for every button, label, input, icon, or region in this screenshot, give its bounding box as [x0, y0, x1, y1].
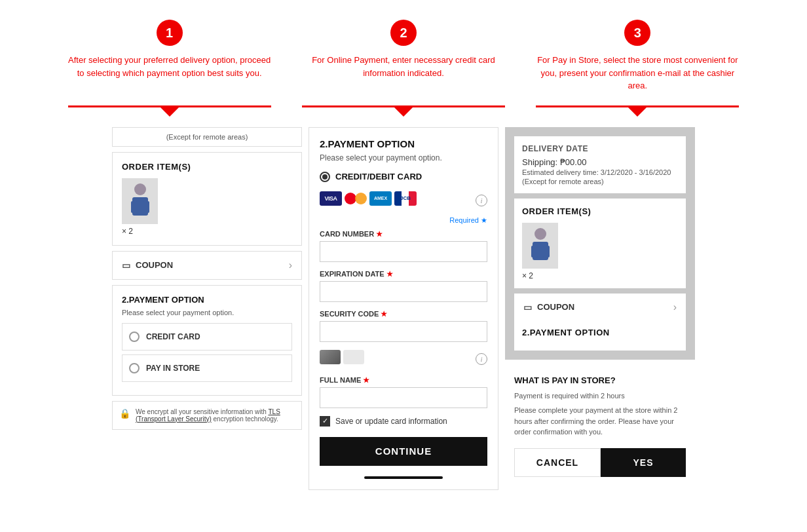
- card-number-input[interactable]: [320, 241, 487, 262]
- step-1-circle: 1: [157, 20, 183, 46]
- card-number-text: CARD NUMBER: [320, 230, 374, 238]
- coupon-row-col3[interactable]: ▭ COUPON ›: [514, 294, 686, 321]
- cancel-button[interactable]: CANCEL: [514, 448, 601, 477]
- coupon-icon-col3: ▭: [523, 302, 532, 313]
- step-div-arrow-1: [160, 107, 179, 117]
- what-is-desc2: Please complete your payment at the stor…: [514, 405, 686, 438]
- info-icon-col2[interactable]: i: [476, 195, 487, 206]
- step-div-3: [536, 105, 739, 117]
- card-number-star: ★: [376, 230, 383, 238]
- payment-option-panel-col2: 2.PAYMENT OPTION Please select your paym…: [309, 127, 498, 490]
- coupon-label-col1: COUPON: [136, 260, 173, 270]
- chip-icons-col2: [320, 350, 364, 364]
- yes-btn-label: YES: [633, 457, 653, 468]
- payment-option-title-col3: 2.PAYMENT OPTION: [522, 328, 678, 337]
- delivery-date-title: DELIVERY DATE: [522, 144, 678, 153]
- product-thumbnail-col3: [522, 223, 558, 269]
- save-card-checkbox[interactable]: ✓: [320, 416, 330, 427]
- credit-card-option-col1[interactable]: CREDIT CARD: [122, 323, 292, 351]
- product-image-col3: [527, 226, 554, 265]
- quantity-col3: × 2: [522, 271, 678, 280]
- step-1-desc: After selecting your preferred delivery …: [65, 54, 274, 79]
- svg-point-4: [535, 228, 546, 240]
- except-remote-col3: (Except for remote areas): [522, 178, 678, 185]
- what-is-panel-col3: WHAT IS PAY IN STORE? Payment is require…: [505, 366, 695, 486]
- visa-logo: VISA: [320, 191, 342, 206]
- pay-in-store-option-col1[interactable]: PAY IN STORE: [122, 354, 292, 382]
- column-1: (Except for remote areas) ORDER ITEM(S) …: [112, 127, 302, 520]
- step-2-number: 2: [400, 26, 407, 41]
- credit-card-radio-col1[interactable]: [129, 332, 140, 342]
- step-1: 1 After selecting your preferred deliver…: [65, 20, 274, 79]
- chevron-icon-col3: ›: [673, 301, 677, 313]
- radio-dot-col2: [322, 174, 328, 180]
- svg-rect-6: [531, 246, 538, 257]
- svg-point-0: [134, 183, 146, 195]
- step-2-desc: For Online Payment, enter necessary cred…: [299, 54, 508, 79]
- step-3-number: 3: [634, 26, 641, 41]
- coupon-label-col3: COUPON: [537, 302, 574, 312]
- coupon-icon-col1: ▭: [122, 260, 130, 271]
- step-1-number: 1: [166, 26, 173, 41]
- order-items-panel-col1: ORDER ITEM(S) × 2: [112, 152, 302, 246]
- amex-logo: AMEX: [369, 191, 392, 206]
- step-div-arrow-3: [628, 107, 647, 117]
- chip-icon-1: [320, 350, 341, 364]
- continue-button[interactable]: CONTINUE: [320, 437, 487, 466]
- step-div-1: [68, 105, 271, 117]
- expiration-date-label: EXPIRATION DATE ★: [320, 270, 487, 278]
- order-items-title-col3: ORDER ITEM(S): [522, 206, 678, 216]
- continue-btn-label: CONTINUE: [375, 446, 432, 457]
- credit-debit-label-col2: CREDIT/DEBIT CARD: [335, 172, 422, 181]
- security-text-col1: We encrypt all your sensitive informatio…: [136, 408, 295, 423]
- mastercard-logo: [345, 191, 367, 206]
- tls-link[interactable]: TLS (Transport Layer Security): [136, 408, 280, 423]
- what-is-title: WHAT IS PAY IN STORE?: [514, 375, 686, 385]
- steps-header: 1 After selecting your preferred deliver…: [13, 20, 794, 92]
- card-logos-col2: VISA AMEX JCB: [320, 191, 417, 206]
- full-name-input[interactable]: [320, 387, 487, 408]
- delivery-date-section: DELIVERY DATE Shipping: ₱00.00 Estimated…: [514, 136, 686, 193]
- svg-rect-7: [543, 246, 550, 257]
- page-wrapper: 1 After selecting your preferred deliver…: [0, 0, 807, 532]
- step-2-circle: 2: [390, 20, 417, 46]
- credit-debit-option-col2[interactable]: CREDIT/DEBIT CARD: [320, 172, 487, 182]
- security-info-icon[interactable]: i: [476, 353, 487, 365]
- order-items-gray-col3: ORDER ITEM(S) × 2: [514, 199, 686, 288]
- payment-section-col1: 2.PAYMENT OPTION Please select your paym…: [112, 285, 302, 396]
- step-2: 2 For Online Payment, enter necessary cr…: [299, 20, 508, 79]
- credit-card-label-col1: CREDIT CARD: [146, 332, 200, 341]
- bottom-bar: [364, 476, 443, 479]
- main-content: (Except for remote areas) ORDER ITEM(S) …: [13, 127, 794, 520]
- pay-in-store-radio-col1[interactable]: [129, 363, 140, 373]
- quantity-col1: × 2: [122, 227, 292, 236]
- security-code-star: ★: [381, 310, 387, 318]
- estimated-delivery: Estimated delivery time: 3/12/2020 - 3/1…: [522, 168, 678, 176]
- checkmark-icon: ✓: [322, 417, 328, 425]
- chip-row-col2: i: [320, 350, 487, 368]
- pay-in-store-label-col1: PAY IN STORE: [146, 364, 200, 373]
- product-image-col1: [127, 181, 153, 221]
- payment-option-desc-col2: Please select your payment option.: [320, 153, 487, 162]
- chip-icon-2: [343, 350, 364, 364]
- shipping-row: Shipping: ₱00.00: [522, 157, 678, 167]
- full-name-star: ★: [363, 376, 369, 384]
- security-code-text: SECURITY CODE: [320, 310, 379, 318]
- security-code-input[interactable]: [320, 321, 487, 342]
- mc-orange-circle: [355, 193, 367, 204]
- action-buttons-col3: CANCEL YES: [514, 448, 686, 477]
- step-div-arrow-2: [394, 107, 413, 117]
- column-2: 2.PAYMENT OPTION Please select your paym…: [309, 127, 498, 520]
- coupon-left-col1: ▭ COUPON: [122, 260, 173, 271]
- except-remote-text: (Except for remote areas): [112, 127, 302, 147]
- shipping-label: Shipping:: [522, 157, 557, 167]
- card-number-label: CARD NUMBER ★: [320, 230, 487, 238]
- svg-rect-2: [131, 201, 138, 213]
- credit-debit-radio-col2[interactable]: [320, 172, 330, 182]
- expiration-date-star: ★: [386, 270, 393, 278]
- save-card-label: Save or update card information: [335, 417, 447, 426]
- expiration-date-input[interactable]: [320, 281, 487, 302]
- expiration-date-text: EXPIRATION DATE: [320, 270, 385, 278]
- coupon-row-col1[interactable]: ▭ COUPON ›: [112, 251, 302, 280]
- yes-button[interactable]: YES: [601, 448, 686, 477]
